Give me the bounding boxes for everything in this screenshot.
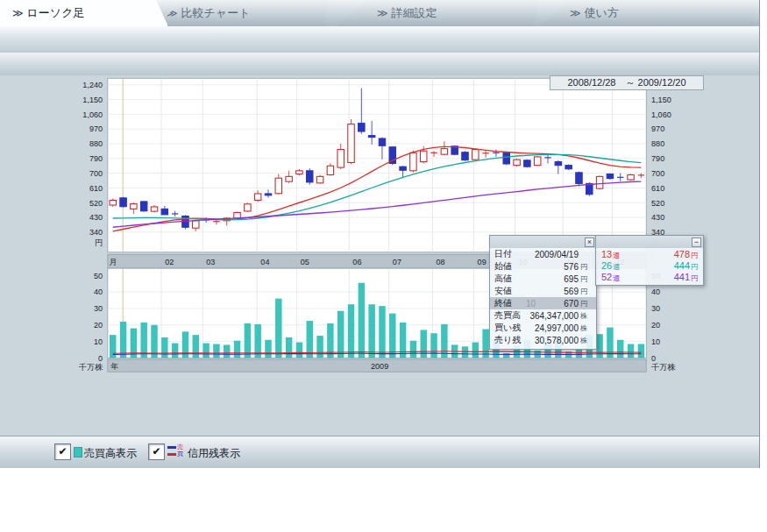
tab-label: ローソク足 — [27, 5, 85, 21]
bottom-bar: ✔ 売買高表示 ✔ 売 買 信用残表示 ---選択して下さい--- ▼ ／ 移動… — [0, 436, 759, 468]
svg-text:40: 40 — [651, 287, 660, 296]
date-range-box: 2008/12/28 ～ 2009/12/20 — [550, 75, 704, 90]
svg-text:520: 520 — [89, 199, 103, 208]
tooltip-value: 2009/04/19 — [526, 250, 579, 259]
tooltip-unit: 株 — [579, 311, 592, 321]
svg-text:1,060: 1,060 — [651, 110, 671, 119]
credit-checkbox[interactable]: ✔ — [148, 443, 165, 460]
volume-checkbox[interactable]: ✔ — [54, 443, 71, 460]
tooltip-unit: 円 — [579, 287, 592, 296]
svg-text:02: 02 — [165, 258, 174, 266]
tooltip-label: 高値 — [494, 273, 526, 285]
svg-text:0: 0 — [651, 354, 656, 363]
svg-text:340: 340 — [89, 228, 103, 237]
tooltip-unit: 株 — [579, 336, 592, 345]
svg-text:30: 30 — [94, 304, 103, 313]
tab-label: 比較チャート — [181, 5, 251, 21]
svg-text:千万株: 千万株 — [651, 363, 676, 372]
svg-text:1,150: 1,150 — [651, 96, 671, 104]
tab-candlestick[interactable]: ≫ ローソク足 — [0, 0, 168, 26]
svg-text:790: 790 — [89, 154, 103, 163]
legend-value: 478 — [674, 249, 690, 259]
credit-toggle-label: 信用残表示 — [188, 446, 240, 461]
tab-bar: ≫ ローソク足 ≫ 比較チャート ≫ 詳細設定 ≫ 使い方 — [0, 0, 759, 27]
search-row: 検索 東京 ▼ 経済指標の描画 — [0, 26, 759, 53]
legend-unit: 円 — [690, 271, 698, 283]
tooltip-label: 売り残 — [494, 334, 526, 346]
tooltip-value: 569 — [526, 287, 579, 296]
tooltip-unit: 円 — [579, 299, 592, 309]
svg-text:30: 30 — [651, 304, 660, 313]
close-icon[interactable]: × — [585, 238, 594, 247]
tooltip-row: 売り残30,578,000株 — [490, 334, 596, 349]
svg-text:610: 610 — [651, 184, 664, 193]
svg-text:千万株: 千万株 — [79, 363, 103, 372]
svg-text:0: 0 — [98, 354, 103, 363]
legend-value: 441 — [674, 272, 690, 282]
legend-unit: 円 — [690, 248, 698, 260]
tooltip-label: 安値 — [494, 285, 526, 297]
price-tooltip: × 日付2009/04/19 始値576円 高値695円 安値569円 終値10… — [489, 235, 597, 350]
chevron-icon: ≫ — [570, 7, 579, 19]
tooltip-row: 買い残24,997,000株 — [490, 322, 596, 334]
svg-text:2009: 2009 — [371, 362, 388, 371]
tooltip-row: 売買高364,347,000株 — [490, 309, 596, 322]
period-row: ▼ 日足 週足 月足 1年間 ▼ 任意期間 印 刷 移動平均線 一目均衡表 価格… — [0, 53, 759, 76]
svg-text:880: 880 — [89, 139, 103, 148]
tab-help[interactable]: ≫ 使い方 — [540, 0, 759, 26]
svg-text:1,150: 1,150 — [82, 96, 103, 104]
tooltip-label: 売買高 — [494, 309, 526, 322]
tooltip-label: 日付 — [494, 248, 526, 260]
volume-swatch-icon — [74, 447, 82, 458]
tooltip-value: 695 — [526, 274, 579, 284]
tooltip-label: 始値 — [494, 260, 526, 273]
svg-text:10: 10 — [94, 337, 103, 346]
tab-detail-settings[interactable]: ≫ 詳細設定 — [338, 0, 540, 26]
tooltip-unit: 株 — [579, 323, 592, 333]
svg-text:年: 年 — [110, 362, 118, 371]
tab-compare-chart[interactable]: ≫ 比較チャート — [154, 0, 330, 26]
svg-text:円: 円 — [95, 238, 103, 247]
svg-text:月: 月 — [109, 258, 117, 266]
svg-text:06: 06 — [352, 258, 361, 266]
chevron-icon: ≫ — [377, 7, 387, 19]
legend-period-unit: 週 — [612, 248, 620, 260]
tooltip-row: 高値695円 — [490, 273, 596, 285]
chart-section: 月0203040506070809101112年20091,2401,2401,… — [0, 75, 759, 436]
ma-legend: − 13週478円 26週444円 52週441円 — [595, 235, 704, 286]
svg-text:08: 08 — [436, 258, 444, 266]
tooltip-unit: 円 — [579, 262, 592, 272]
legend-value: 444 — [674, 260, 690, 271]
svg-text:1,060: 1,060 — [82, 110, 103, 119]
legend-period: 13 — [601, 249, 612, 259]
tooltip-value: 670 — [540, 299, 579, 309]
svg-text:1,240: 1,240 — [82, 81, 103, 89]
credit-lines-icon: 売 買 — [167, 443, 185, 459]
svg-text:05: 05 — [301, 258, 309, 266]
legend-row-ma13: 13週478円 — [596, 248, 703, 259]
legend-period: 52 — [601, 272, 612, 282]
tooltip-label: 買い残 — [494, 322, 526, 334]
legend-period-unit: 週 — [612, 271, 620, 283]
svg-text:20: 20 — [651, 321, 660, 330]
chevron-icon: ≫ — [12, 7, 22, 19]
legend-titlebar: − — [596, 236, 703, 248]
tooltip-value: 576 — [526, 262, 579, 272]
credit-sell-char: 売 — [177, 443, 183, 450]
legend-period: 26 — [601, 260, 612, 271]
legend-row-ma52: 52週441円 — [596, 271, 703, 285]
minimize-icon[interactable]: − — [692, 238, 701, 247]
svg-text:430: 430 — [651, 213, 664, 222]
tooltip-value: 364,347,000 — [526, 311, 579, 321]
tooltip-unit: 円 — [579, 274, 592, 284]
svg-text:790: 790 — [651, 154, 664, 163]
svg-text:610: 610 — [89, 184, 103, 193]
svg-text:880: 880 — [651, 139, 664, 148]
tooltip-row-close-price: 終値10670円 — [490, 297, 596, 309]
month-label-showthrough: 10 — [526, 299, 536, 309]
tooltip-row: 始値576円 — [490, 260, 596, 273]
svg-text:700: 700 — [89, 169, 103, 178]
svg-text:970: 970 — [89, 124, 103, 133]
svg-text:20: 20 — [94, 321, 103, 330]
tooltip-titlebar: × — [490, 236, 596, 248]
